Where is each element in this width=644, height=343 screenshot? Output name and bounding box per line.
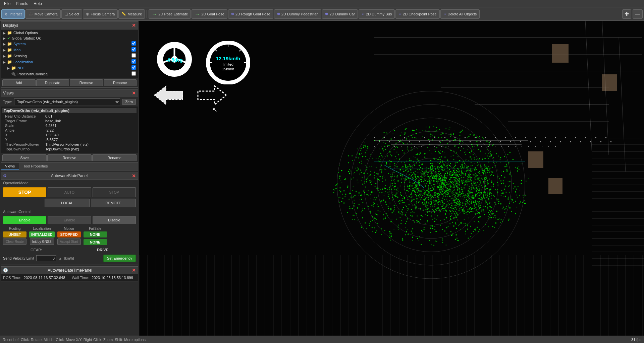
stop2-button[interactable]: STOP [93, 187, 136, 197]
display-item-global-status[interactable]: ▶ ✓ Global Status: Ok [2, 36, 137, 41]
autoware-state-icon: ⚙ [3, 174, 7, 178]
auto-button[interactable]: AUTO [48, 187, 91, 197]
localization-status: INITIALIZED [29, 231, 55, 237]
motion-col: Motion STOPPED Accept Start [57, 227, 81, 245]
displays-panel: Displays ✕ ▶ 📁 Global Options ▶ ✓ Global… [1, 21, 138, 88]
folder-icon: 📁 [11, 66, 16, 70]
remote-button[interactable]: REMOTE [91, 199, 136, 207]
svg-marker-17 [154, 86, 183, 105]
velocity-unit: [km/h] [64, 256, 74, 260]
dummy-bus-button[interactable]: ⊕ 2D Dummy Bus [359, 9, 395, 19]
displays-header: Displays ✕ [1, 22, 138, 29]
2d-goal-button[interactable]: → 2D Goal Pose [192, 9, 227, 19]
layout-button[interactable]: — [633, 9, 643, 19]
focus-camera-button[interactable]: ◎ Focus Camera [83, 9, 118, 19]
gear-row: GEAR: DRIVE [1, 247, 138, 253]
views-close-button[interactable]: ✕ [132, 90, 136, 96]
display-item-system[interactable]: ▶ 📁 System [2, 41, 137, 47]
menu-panels[interactable]: Panels [13, 1, 31, 7]
local-button[interactable]: LOCAL [45, 199, 90, 207]
disable-button[interactable]: Disable [93, 216, 136, 224]
select-button[interactable]: ⬚ Select [61, 9, 83, 19]
arrow-icon: ▶ [3, 60, 6, 64]
display-item-pose-cov[interactable]: 🔌 PoseWithCovInitial [10, 71, 137, 77]
accept-start-button[interactable]: Accept Start [57, 238, 81, 245]
folder-icon: 📁 [7, 48, 12, 52]
failsafe-col: FailSafe NONE NONE [84, 227, 107, 245]
focus-camera-label: Focus Camera [91, 12, 115, 16]
views-header: Views ✕ [1, 89, 138, 97]
views-tab-bar: Views Tool Properties [1, 162, 138, 170]
viewport[interactable]: -0.5deg 12.19km/h limited 15km/h [139, 21, 644, 343]
rename-display-button[interactable]: Rename [104, 79, 137, 86]
system-checkbox[interactable] [131, 41, 136, 46]
2d-pose-label: 2D Pose Estimate [158, 12, 188, 16]
2d-pose-icon: → [152, 11, 157, 17]
display-label: System [13, 42, 26, 46]
failsafe-label: FailSafe [89, 227, 101, 230]
localization-checkbox[interactable] [131, 59, 136, 64]
velocity-input[interactable] [36, 255, 56, 261]
svg-text:-0.5deg: -0.5deg [166, 57, 182, 63]
2d-pose-button[interactable]: → 2D Pose Estimate [149, 9, 191, 19]
speed-widget: 12.19km/h limited 15km/h [206, 41, 250, 84]
clear-route-button[interactable]: Clear Route [3, 238, 26, 245]
operation-mode-label: OperationMode [1, 180, 138, 186]
init-gnss-button[interactable]: Init by GNSS [30, 238, 54, 245]
display-label: Sensing [13, 54, 27, 58]
menu-help[interactable]: Help [31, 1, 45, 7]
dummy-ped-button[interactable]: ⊕ 2D Dummy Pedestrian [274, 9, 322, 19]
duplicate-display-button[interactable]: Duplicate [36, 79, 69, 86]
remove-display-button[interactable]: Remove [70, 79, 103, 86]
datetime-panel: 🕐 AutowareDateTimePanel ✕ ROS Time: 2023… [1, 266, 138, 281]
status-text: Reset Left-Click: Rotate. Middle-Click: … [3, 338, 147, 342]
ndt-checkbox[interactable] [131, 65, 136, 70]
menu-file[interactable]: File [1, 1, 13, 7]
display-item-map[interactable]: ▶ 📁 Map [2, 47, 137, 53]
cv-row-x: X 1.56949 [2, 133, 137, 137]
posecov-checkbox[interactable] [131, 71, 136, 76]
display-item-ndt[interactable]: ▶ 📁 NDT [6, 65, 137, 71]
display-item-localization[interactable]: ▶ 📁 Localization [2, 59, 137, 65]
wall-time-value: 2023-10-26 15:53:13.899 [92, 276, 133, 280]
delete-all-button[interactable]: ⊕ Delete All Objects [440, 9, 480, 19]
datetime-close-button[interactable]: ✕ [132, 268, 136, 273]
measure-button[interactable]: 📏 Measure [118, 9, 145, 19]
svg-marker-18 [198, 86, 226, 105]
autoware-state-panel: ⚙ AutowareStatePanel ✕ OperationMode STO… [1, 172, 138, 265]
menubar: File Panels Help [0, 0, 644, 7]
display-item-sensing[interactable]: ▶ 📁 Sensing [2, 53, 137, 59]
display-label: Global Options [13, 31, 38, 35]
display-label: Localization [13, 60, 33, 64]
displays-close-button[interactable]: ✕ [132, 23, 136, 28]
enable-button[interactable]: Enable [3, 216, 46, 224]
display-item-global-options[interactable]: ▶ 📁 Global Options [2, 30, 137, 36]
views-save-button[interactable]: Save [2, 154, 47, 161]
views-zero-button[interactable]: Zero [122, 99, 136, 105]
checkpoint-pose-button[interactable]: ⊕ 2D Checkpoint Pose [395, 9, 439, 19]
sensing-checkbox[interactable] [131, 53, 136, 58]
rough-goal-button[interactable]: ⊕ 2D Rough Goal Pose [228, 9, 273, 19]
views-remove-button[interactable]: Remove [47, 154, 92, 161]
tab-views[interactable]: Views [1, 163, 19, 170]
views-type-select[interactable]: TopDownOrtho (rviz_default_plugins) [14, 98, 120, 105]
mode-row-2: LOCAL REMOTE [1, 199, 138, 209]
views-panel: Views ✕ Type: TopDownOrtho (rviz_default… [1, 89, 138, 170]
tab-tool-properties[interactable]: Tool Properties [19, 163, 52, 170]
stop-button[interactable]: STOP [3, 187, 46, 197]
autoware-state-close-button[interactable]: ✕ [132, 173, 136, 179]
routing-label: Routing [9, 227, 20, 230]
add-panel-button[interactable]: ✚ [622, 9, 631, 19]
folder-icon: 📁 [7, 42, 12, 46]
add-display-button[interactable]: Add [2, 79, 36, 86]
set-emergency-button[interactable]: Set Emergency [103, 255, 136, 262]
svg-text:12.19km/h: 12.19km/h [216, 56, 240, 61]
velocity-label: Send Velocity Limit [3, 256, 34, 260]
map-checkbox[interactable] [131, 47, 136, 52]
interact-button[interactable]: 🖱 Interact [1, 9, 25, 19]
move-camera-button[interactable]: 🎥 Move Camera [25, 9, 61, 19]
dummy-car-button[interactable]: ⊕ 2D Dummy Car [322, 9, 358, 19]
views-rename-button[interactable]: Rename [92, 154, 137, 161]
failsafe-status1: NONE [84, 231, 107, 237]
arrow-icon: ▶ [3, 48, 6, 52]
